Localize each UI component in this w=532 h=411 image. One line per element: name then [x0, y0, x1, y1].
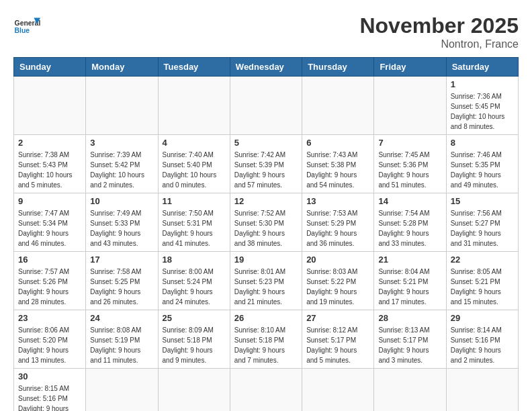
week-row-6: 30Sunrise: 8:15 AMSunset: 5:16 PMDayligh… — [14, 369, 519, 412]
day-info: Sunrise: 8:14 AMSunset: 5:16 PMDaylight:… — [451, 325, 514, 365]
month-title: November 2025 — [359, 13, 519, 38]
day-info: Sunrise: 8:09 AMSunset: 5:18 PMDaylight:… — [163, 325, 226, 365]
calendar-cell — [14, 77, 86, 135]
day-info: Sunrise: 7:47 AMSunset: 5:34 PMDaylight:… — [18, 208, 81, 248]
day-info: Sunrise: 7:49 AMSunset: 5:33 PMDaylight:… — [90, 208, 153, 248]
weekday-header-tuesday: Tuesday — [158, 58, 230, 77]
calendar-cell: 29Sunrise: 8:14 AMSunset: 5:16 PMDayligh… — [446, 310, 518, 369]
logo-icon: General Blue — [13, 13, 40, 40]
calendar-cell: 27Sunrise: 8:12 AMSunset: 5:17 PMDayligh… — [302, 310, 374, 369]
weekday-header-monday: Monday — [86, 58, 158, 77]
day-number: 17 — [90, 255, 153, 265]
day-info: Sunrise: 7:45 AMSunset: 5:36 PMDaylight:… — [378, 150, 441, 190]
calendar-cell: 25Sunrise: 8:09 AMSunset: 5:18 PMDayligh… — [158, 310, 230, 369]
day-info: Sunrise: 8:10 AMSunset: 5:18 PMDaylight:… — [234, 325, 298, 365]
calendar-cell: 1Sunrise: 7:36 AMSunset: 5:45 PMDaylight… — [446, 77, 518, 135]
day-number: 4 — [163, 138, 226, 148]
day-number: 13 — [306, 196, 369, 206]
day-info: Sunrise: 8:05 AMSunset: 5:21 PMDaylight:… — [451, 267, 514, 307]
calendar-cell — [86, 77, 158, 135]
day-number: 3 — [90, 138, 153, 148]
day-number: 10 — [90, 196, 153, 206]
logo: General Blue — [13, 13, 40, 40]
calendar-cell: 11Sunrise: 7:50 AMSunset: 5:31 PMDayligh… — [158, 193, 230, 252]
day-number: 30 — [18, 371, 81, 381]
calendar-cell: 13Sunrise: 7:53 AMSunset: 5:29 PMDayligh… — [302, 193, 374, 252]
day-info: Sunrise: 7:36 AMSunset: 5:45 PMDaylight:… — [451, 91, 514, 132]
calendar-cell — [374, 77, 446, 135]
calendar-cell — [302, 369, 374, 412]
week-row-3: 9Sunrise: 7:47 AMSunset: 5:34 PMDaylight… — [14, 193, 519, 252]
day-info: Sunrise: 7:54 AMSunset: 5:28 PMDaylight:… — [378, 208, 441, 248]
day-info: Sunrise: 7:42 AMSunset: 5:39 PMDaylight:… — [234, 150, 298, 190]
calendar-cell: 14Sunrise: 7:54 AMSunset: 5:28 PMDayligh… — [374, 193, 446, 252]
calendar-cell — [86, 369, 158, 412]
calendar-cell — [158, 369, 230, 412]
calendar-cell: 20Sunrise: 8:03 AMSunset: 5:22 PMDayligh… — [302, 252, 374, 310]
day-info: Sunrise: 7:58 AMSunset: 5:25 PMDaylight:… — [90, 267, 153, 307]
calendar-cell: 17Sunrise: 7:58 AMSunset: 5:25 PMDayligh… — [86, 252, 158, 310]
calendar-cell: 23Sunrise: 8:06 AMSunset: 5:20 PMDayligh… — [14, 310, 86, 369]
title-block: November 2025 Nontron, France — [359, 13, 519, 50]
day-info: Sunrise: 8:15 AMSunset: 5:16 PMDaylight:… — [18, 383, 81, 411]
weekday-header-wednesday: Wednesday — [230, 58, 302, 77]
day-number: 29 — [451, 313, 514, 323]
calendar-table: SundayMondayTuesdayWednesdayThursdayFrid… — [13, 57, 519, 411]
day-info: Sunrise: 7:56 AMSunset: 5:27 PMDaylight:… — [451, 208, 514, 248]
day-info: Sunrise: 8:03 AMSunset: 5:22 PMDaylight:… — [306, 267, 369, 307]
day-info: Sunrise: 8:00 AMSunset: 5:24 PMDaylight:… — [163, 267, 226, 307]
day-number: 24 — [90, 313, 153, 323]
day-number: 20 — [306, 255, 369, 265]
day-number: 22 — [451, 255, 514, 265]
calendar-cell: 28Sunrise: 8:13 AMSunset: 5:17 PMDayligh… — [374, 310, 446, 369]
day-info: Sunrise: 7:46 AMSunset: 5:35 PMDaylight:… — [451, 150, 514, 190]
calendar-cell — [302, 77, 374, 135]
week-row-1: 1Sunrise: 7:36 AMSunset: 5:45 PMDaylight… — [14, 77, 519, 135]
day-number: 18 — [163, 255, 226, 265]
calendar-cell: 19Sunrise: 8:01 AMSunset: 5:23 PMDayligh… — [230, 252, 302, 310]
calendar-cell: 12Sunrise: 7:52 AMSunset: 5:30 PMDayligh… — [230, 193, 302, 252]
day-info: Sunrise: 8:08 AMSunset: 5:19 PMDaylight:… — [90, 325, 153, 365]
calendar-cell — [446, 369, 518, 412]
calendar-cell: 15Sunrise: 7:56 AMSunset: 5:27 PMDayligh… — [446, 193, 518, 252]
calendar-cell: 7Sunrise: 7:45 AMSunset: 5:36 PMDaylight… — [374, 135, 446, 193]
day-info: Sunrise: 8:01 AMSunset: 5:23 PMDaylight:… — [234, 267, 298, 307]
day-number: 6 — [306, 138, 369, 148]
day-info: Sunrise: 7:39 AMSunset: 5:42 PMDaylight:… — [90, 150, 153, 190]
day-number: 11 — [163, 196, 226, 206]
weekday-header-thursday: Thursday — [302, 58, 374, 77]
day-number: 23 — [18, 313, 81, 323]
day-info: Sunrise: 8:13 AMSunset: 5:17 PMDaylight:… — [378, 325, 441, 365]
day-number: 1 — [451, 79, 514, 89]
calendar-cell — [230, 369, 302, 412]
day-info: Sunrise: 7:43 AMSunset: 5:38 PMDaylight:… — [306, 150, 369, 190]
calendar-cell: 4Sunrise: 7:40 AMSunset: 5:40 PMDaylight… — [158, 135, 230, 193]
weekday-header-sunday: Sunday — [14, 58, 86, 77]
day-info: Sunrise: 8:04 AMSunset: 5:21 PMDaylight:… — [378, 267, 441, 307]
location-title: Nontron, France — [359, 38, 519, 50]
page-header: General Blue November 2025 Nontron, Fran… — [13, 13, 519, 50]
day-number: 21 — [378, 255, 441, 265]
calendar-cell: 10Sunrise: 7:49 AMSunset: 5:33 PMDayligh… — [86, 193, 158, 252]
week-row-5: 23Sunrise: 8:06 AMSunset: 5:20 PMDayligh… — [14, 310, 519, 369]
day-info: Sunrise: 7:57 AMSunset: 5:26 PMDaylight:… — [18, 267, 81, 307]
day-number: 2 — [18, 138, 81, 148]
day-number: 26 — [234, 313, 298, 323]
calendar-cell: 21Sunrise: 8:04 AMSunset: 5:21 PMDayligh… — [374, 252, 446, 310]
calendar-cell: 2Sunrise: 7:38 AMSunset: 5:43 PMDaylight… — [14, 135, 86, 193]
day-info: Sunrise: 7:38 AMSunset: 5:43 PMDaylight:… — [18, 150, 81, 190]
day-info: Sunrise: 8:06 AMSunset: 5:20 PMDaylight:… — [18, 325, 81, 365]
day-info: Sunrise: 7:53 AMSunset: 5:29 PMDaylight:… — [306, 208, 369, 248]
day-number: 8 — [451, 138, 514, 148]
day-info: Sunrise: 8:12 AMSunset: 5:17 PMDaylight:… — [306, 325, 369, 365]
calendar-cell: 26Sunrise: 8:10 AMSunset: 5:18 PMDayligh… — [230, 310, 302, 369]
calendar-cell: 16Sunrise: 7:57 AMSunset: 5:26 PMDayligh… — [14, 252, 86, 310]
weekday-header-row: SundayMondayTuesdayWednesdayThursdayFrid… — [14, 58, 519, 77]
weekday-header-friday: Friday — [374, 58, 446, 77]
day-number: 27 — [306, 313, 369, 323]
day-number: 19 — [234, 255, 298, 265]
calendar-cell: 3Sunrise: 7:39 AMSunset: 5:42 PMDaylight… — [86, 135, 158, 193]
calendar-cell: 22Sunrise: 8:05 AMSunset: 5:21 PMDayligh… — [446, 252, 518, 310]
weekday-header-saturday: Saturday — [446, 58, 518, 77]
calendar-cell: 6Sunrise: 7:43 AMSunset: 5:38 PMDaylight… — [302, 135, 374, 193]
